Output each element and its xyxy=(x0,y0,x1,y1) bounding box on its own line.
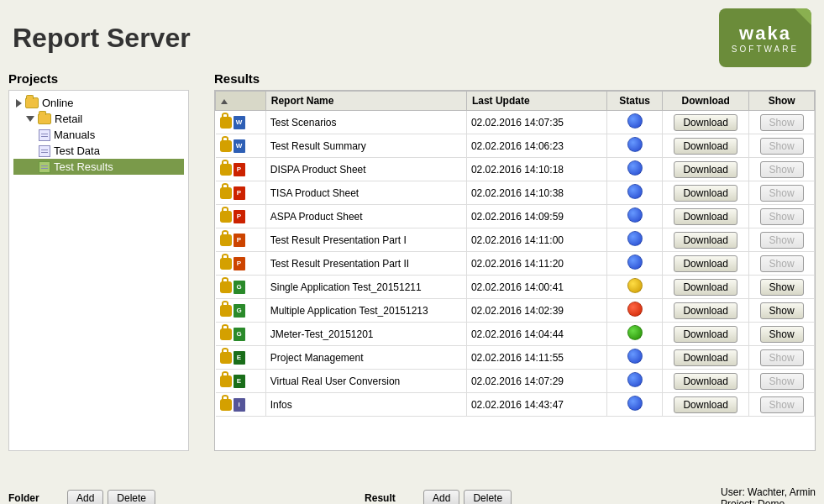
show-button[interactable]: Show xyxy=(760,279,804,296)
status-indicator xyxy=(627,278,643,293)
download-button[interactable]: Download xyxy=(674,114,737,131)
row-download-cell[interactable]: Download xyxy=(663,205,749,228)
sidebar-tree: Online Retail Manuals Test Data Test Re xyxy=(8,90,189,451)
row-download-cell[interactable]: Download xyxy=(663,181,749,205)
col-sort[interactable] xyxy=(216,92,266,111)
show-button[interactable]: Show xyxy=(760,302,804,319)
row-icons-cell: E xyxy=(216,346,266,370)
row-download-cell[interactable]: Download xyxy=(663,370,749,393)
row-show-cell[interactable]: Show xyxy=(749,181,815,205)
show-button[interactable]: Show xyxy=(760,114,804,131)
row-show-cell[interactable]: Show xyxy=(749,158,815,181)
sidebar-item-manuals[interactable]: Manuals xyxy=(13,127,184,143)
row-download-cell[interactable]: Download xyxy=(663,323,749,346)
row-show-cell[interactable]: Show xyxy=(749,134,815,158)
download-button[interactable]: Download xyxy=(674,138,737,155)
row-download-cell[interactable]: Download xyxy=(663,276,749,299)
row-show-cell[interactable]: Show xyxy=(749,370,815,393)
row-show-cell[interactable]: Show xyxy=(749,276,815,299)
page-title: Report Server xyxy=(13,23,191,54)
row-download-cell[interactable]: Download xyxy=(663,299,749,323)
download-button[interactable]: Download xyxy=(674,349,737,366)
col-status[interactable]: Status xyxy=(607,92,663,111)
download-button[interactable]: Download xyxy=(674,326,737,343)
folder-add-button[interactable]: Add xyxy=(67,490,103,504)
download-button[interactable]: Download xyxy=(674,185,737,202)
col-report-name[interactable]: Report Name xyxy=(265,92,466,111)
sidebar-item-testresults[interactable]: Test Results xyxy=(13,159,184,175)
row-download-cell[interactable]: Download xyxy=(663,228,749,252)
row-show-cell[interactable]: Show xyxy=(749,299,815,323)
show-button[interactable]: Show xyxy=(760,255,804,272)
show-button[interactable]: Show xyxy=(760,161,804,178)
row-icons-cell: G xyxy=(216,299,266,323)
results-table-container[interactable]: Report Name Last Update Status Download … xyxy=(214,90,816,451)
row-icons-cell: P xyxy=(216,181,266,205)
logo: waka SOFTWARE xyxy=(719,8,811,67)
download-button[interactable]: Download xyxy=(674,255,737,272)
row-status-cell xyxy=(607,158,663,181)
result-add-button[interactable]: Add xyxy=(423,490,459,504)
row-download-cell[interactable]: Download xyxy=(663,393,749,417)
sort-arrow-icon xyxy=(221,99,228,104)
table-row: P ASPA Product Sheet02.02.2016 14:09:59D… xyxy=(216,205,815,228)
folder-label: Folder xyxy=(8,492,63,504)
download-button[interactable]: Download xyxy=(674,302,737,319)
download-button[interactable]: Download xyxy=(674,208,737,225)
show-button[interactable]: Show xyxy=(760,208,804,225)
result-section: Result Add Delete xyxy=(365,490,512,504)
row-name-cell: Test Result Presentation Part II xyxy=(265,252,466,276)
row-date-cell: 02.02.2016 14:04:44 xyxy=(466,323,606,346)
show-button[interactable]: Show xyxy=(760,326,804,343)
show-button[interactable]: Show xyxy=(760,138,804,155)
status-indicator xyxy=(627,184,643,199)
row-name-cell: Project Management xyxy=(265,346,466,370)
show-button[interactable]: Show xyxy=(760,185,804,202)
show-button[interactable]: Show xyxy=(760,349,804,366)
row-show-cell[interactable]: Show xyxy=(749,111,815,134)
sidebar-item-label: Online xyxy=(42,97,74,109)
table-row: W Test Result Summary02.02.2016 14:06:23… xyxy=(216,134,815,158)
download-button[interactable]: Download xyxy=(674,279,737,296)
row-show-cell[interactable]: Show xyxy=(749,252,815,276)
row-date-cell: 02.02.2016 14:07:29 xyxy=(466,370,606,393)
download-button[interactable]: Download xyxy=(674,396,737,413)
row-download-cell[interactable]: Download xyxy=(663,346,749,370)
row-status-cell xyxy=(607,228,663,252)
row-name-cell: DISPA Product Sheet xyxy=(265,158,466,181)
sidebar-item-retail[interactable]: Retail xyxy=(13,111,184,127)
row-download-cell[interactable]: Download xyxy=(663,252,749,276)
row-icons-cell: E xyxy=(216,370,266,393)
download-button[interactable]: Download xyxy=(674,232,737,249)
download-button[interactable]: Download xyxy=(674,161,737,178)
row-status-cell xyxy=(607,252,663,276)
row-show-cell[interactable]: Show xyxy=(749,323,815,346)
row-show-cell[interactable]: Show xyxy=(749,346,815,370)
show-button[interactable]: Show xyxy=(760,373,804,390)
row-name-cell: TISA Product Sheet xyxy=(265,181,466,205)
row-download-cell[interactable]: Download xyxy=(663,111,749,134)
table-row: G JMeter-Test_2015120102.02.2016 14:04:4… xyxy=(216,323,815,346)
row-download-cell[interactable]: Download xyxy=(663,158,749,181)
row-show-cell[interactable]: Show xyxy=(749,228,815,252)
sidebar-item-testdata[interactable]: Test Data xyxy=(13,143,184,159)
sidebar-item-online[interactable]: Online xyxy=(13,95,184,111)
row-date-cell: 02.02.2016 14:06:23 xyxy=(466,134,606,158)
row-status-cell xyxy=(607,346,663,370)
show-button[interactable]: Show xyxy=(760,232,804,249)
row-download-cell[interactable]: Download xyxy=(663,134,749,158)
folder-delete-button[interactable]: Delete xyxy=(108,490,155,504)
show-button[interactable]: Show xyxy=(760,396,804,413)
status-indicator xyxy=(627,372,643,387)
row-icons-cell: G xyxy=(216,323,266,346)
result-delete-button[interactable]: Delete xyxy=(464,490,512,504)
sidebar-item-label: Manuals xyxy=(54,129,95,141)
col-last-update[interactable]: Last Update xyxy=(466,92,606,111)
row-show-cell[interactable]: Show xyxy=(749,393,815,417)
status-indicator xyxy=(627,160,643,176)
table-row: G Multiple Application Test_2015121302.0… xyxy=(216,299,815,323)
folder-icon xyxy=(25,97,39,108)
row-name-cell: Multiple Application Test_20151213 xyxy=(265,299,466,323)
row-show-cell[interactable]: Show xyxy=(749,205,815,228)
download-button[interactable]: Download xyxy=(674,373,737,390)
